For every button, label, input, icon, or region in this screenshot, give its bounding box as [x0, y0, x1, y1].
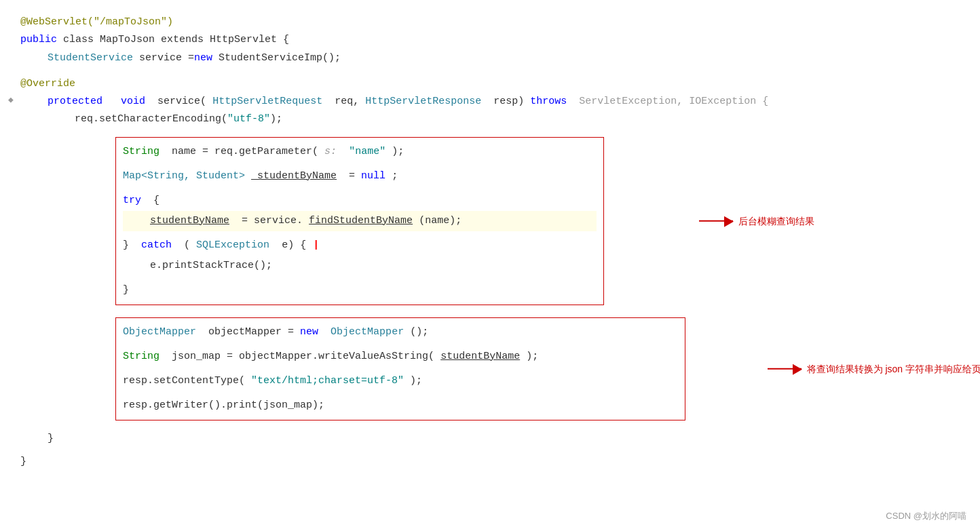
box2-line3-end: ); [410, 375, 422, 387]
string-utf8: "utf-8" [227, 111, 270, 128]
box2-line1-end: (); [410, 326, 428, 338]
close-class-brace: } [20, 453, 26, 471]
box1-assign: = service. [235, 215, 303, 227]
method-name: service( [151, 96, 206, 107]
footer-credit: CSDN @划水的阿喵 [886, 510, 966, 522]
box2-objmapper-var: objectMapper = [202, 326, 300, 338]
cursor: | [313, 239, 319, 251]
string-content-type: "text/html;charset=utf-8" [251, 375, 404, 387]
line-override: @Override [20, 75, 980, 93]
box2-line3: resp.setContentType( "text/html;charset=… [123, 371, 678, 391]
box1-catch: } catch ( SQLException e) { | [123, 235, 597, 256]
blank-line-4 [20, 423, 980, 430]
type-string-1: String [123, 146, 159, 157]
box1-name-var: name = req.getParameter( [166, 146, 318, 157]
line-class-decl: public class MapToJson extends HttpServl… [20, 31, 980, 49]
kw-public: public [20, 31, 57, 49]
kw-protected: protected [48, 96, 102, 107]
kw-new: new [194, 50, 212, 67]
close-brace-catch: } [123, 284, 129, 296]
print-stack-trace: e.printStackTrace(); [150, 260, 272, 271]
box1: String name = req.getParameter( s: "name… [115, 137, 604, 305]
box2: ObjectMapper objectMapper = new ObjectMa… [115, 317, 685, 420]
close-method-brace: } [48, 430, 54, 448]
line-set-encoding: req.setCharacterEncoding( "utf-8" ); [20, 111, 980, 128]
string-name: "name" [349, 146, 385, 157]
code-area: @WebServlet("/mapToJson") public class M… [0, 14, 980, 471]
annotation-webservlet: @WebServlet("/mapToJson") [20, 14, 173, 31]
try-brace: { [147, 195, 159, 206]
box2-line1: ObjectMapper objectMapper = new ObjectMa… [123, 322, 678, 342]
annotation2-container: 将查询结果转换为 json 字符串并响应给页面 [768, 360, 980, 377]
method-void [109, 96, 115, 107]
kw-catch: catch [141, 239, 172, 251]
line-service-field: StudentService service = new StudentServ… [20, 50, 980, 67]
service-imp: StudentServiceImp(); [212, 50, 341, 67]
box1-line2-mid: = [343, 170, 361, 182]
method-findstudentbyname: findStudentByName [309, 215, 413, 227]
box1-call-end: (name); [419, 215, 461, 227]
catch-var: e) { [276, 239, 306, 251]
type-sqlexception: SQLException [196, 239, 269, 251]
kw-throws: throws [530, 96, 567, 107]
annotation2-text: 将查询结果转换为 json 字符串并响应给页面 [807, 360, 980, 377]
box1-try-body: studentByName = service. findStudentByNa… [123, 211, 597, 231]
type-response: HttpServletResponse [365, 96, 481, 107]
box1-line1-end: ); [392, 146, 404, 157]
type-map: Map<String, Student> [123, 170, 245, 182]
method-decl-indent: protected void service( HttpServletReque… [20, 93, 768, 111]
arrow-line-2 [768, 368, 802, 370]
kw-new-2: new [300, 326, 318, 338]
param-hint-s: s: [324, 146, 343, 157]
var-studentbyname-2: studentByName [150, 215, 229, 227]
type-objectmapper-2: ObjectMapper [324, 326, 404, 338]
annotation1-container: 后台模糊查询结果 [699, 212, 814, 229]
kw-try: try [123, 195, 141, 206]
var-studentbyname-1: studentByName [251, 170, 337, 182]
catch-close: } [123, 239, 135, 251]
box1-try: try { [123, 191, 597, 211]
annotation2-arrow: 将查询结果转换为 json 字符串并响应给页面 [768, 360, 980, 377]
blank-line-3 [20, 308, 980, 315]
arrowhead-2 [793, 364, 802, 375]
line-close-method: } [20, 430, 980, 448]
annotation-override: @Override [20, 75, 75, 93]
box1-print-stack: e.printStackTrace(); [123, 256, 597, 276]
line-webservlet: @WebServlet("/mapToJson") [20, 14, 980, 31]
box2-container: ObjectMapper objectMapper = new ObjectMa… [75, 315, 685, 423]
annotation1-arrow: 后台模糊查询结果 [699, 212, 814, 229]
box2-line4: resp.getWriter().print(json_map); [123, 395, 678, 416]
set-encoding-method: req.setCharacterEncoding( [75, 111, 227, 128]
box2-line2-end: ); [526, 351, 538, 362]
box2-json-var: json_map = objectMapper.writeValueAsStri… [166, 351, 434, 362]
resp-getwriter: resp.getWriter().print(json_map); [123, 399, 324, 411]
box1-line1: String name = req.getParameter( s: "name… [123, 142, 597, 162]
arrowhead-1 [724, 216, 734, 227]
set-encoding-end: ); [270, 111, 282, 128]
box1-line2-end: ; [392, 170, 398, 182]
blank-line-2 [20, 129, 980, 134]
type-studentservice: StudentService [48, 50, 133, 67]
box1-container: String name = req.getParameter( s: "name… [75, 134, 604, 308]
service-field-rest: service = [133, 50, 194, 67]
catch-paren: ( [178, 239, 190, 251]
blank-line-1 [20, 67, 980, 75]
box2-line2: String json_map = objectMapper.writeValu… [123, 347, 678, 367]
arrow-line-1 [699, 220, 733, 222]
var-studentbyname-3: studentByName [440, 351, 520, 362]
annotation1-text: 后台模糊查询结果 [738, 212, 814, 229]
type-objectmapper-1: ObjectMapper [123, 326, 196, 338]
type-request: HttpServletRequest [212, 96, 322, 107]
line-close-class: } [20, 453, 980, 471]
throws-types: ServletException, IOException { [573, 96, 768, 107]
box1-close-brace: } [123, 280, 597, 300]
resp-setcontent: resp.setContentType( [123, 375, 245, 387]
kw-null: null [361, 170, 385, 182]
box1-line2: Map<String, Student> studentByName = nul… [123, 166, 597, 187]
kw-void: void [121, 96, 145, 107]
class-decl-rest: class MapToJson extends HttpServlet { [57, 31, 289, 49]
line-method-decl: ◆ protected void service( HttpServletReq… [20, 93, 980, 111]
blank-line-5 [20, 448, 980, 453]
line-indicator: ◆ [8, 93, 14, 109]
type-string-2: String [123, 351, 159, 362]
